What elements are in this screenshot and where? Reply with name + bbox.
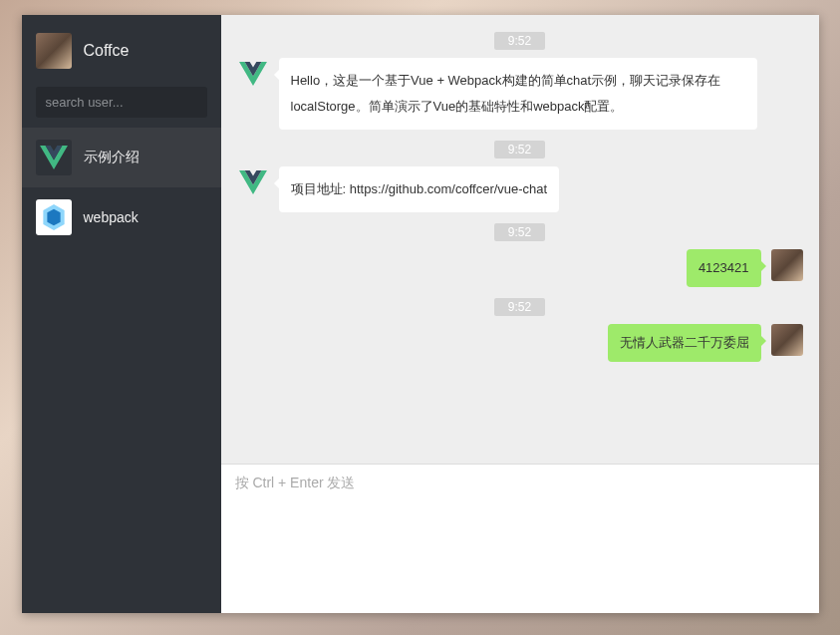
message-list[interactable]: 9:52 Hello，这是一个基于Vue + Webpack构建的简单chat示… (221, 15, 819, 464)
sidebar-item-intro[interactable]: 示例介绍 (22, 128, 221, 187)
avatar (771, 249, 803, 281)
message-group: 9:52 4123421 (237, 222, 803, 287)
sidebar-item-label: 示例介绍 (84, 149, 140, 166)
message-time: 9:52 (237, 31, 803, 50)
message-bubble: Hello，这是一个基于Vue + Webpack构建的简单chat示例，聊天记… (279, 58, 757, 130)
message-time: 9:52 (237, 297, 803, 316)
vue-icon (237, 166, 269, 198)
avatar (36, 33, 72, 69)
username: Coffce (84, 42, 130, 60)
message-bubble: 无情人武器二千万委屈 (608, 324, 761, 362)
vue-icon (36, 140, 72, 175)
message-bubble: 项目地址: https://github.com/coffcer/vue-cha… (279, 166, 560, 212)
profile: Coffce (22, 15, 221, 81)
message-item-self: 4123421 (237, 249, 803, 287)
vue-icon (237, 58, 269, 90)
webpack-icon (36, 199, 72, 235)
message-item: 项目地址: https://github.com/coffcer/vue-cha… (237, 166, 803, 212)
message-input[interactable] (235, 475, 805, 603)
sidebar-item-label: webpack (84, 209, 139, 225)
sidebar-item-webpack[interactable]: webpack (22, 187, 221, 247)
main-panel: 9:52 Hello，这是一个基于Vue + Webpack构建的简单chat示… (221, 15, 819, 613)
search-wrap (22, 81, 221, 128)
contact-list: 示例介绍 webpack (22, 128, 221, 613)
avatar (771, 324, 803, 356)
search-input[interactable] (36, 87, 207, 118)
message-item-self: 无情人武器二千万委屈 (237, 324, 803, 362)
message-time: 9:52 (237, 222, 803, 241)
message-item: Hello，这是一个基于Vue + Webpack构建的简单chat示例，聊天记… (237, 58, 803, 130)
message-time: 9:52 (237, 140, 803, 159)
input-area (221, 464, 819, 613)
sidebar: Coffce 示例介绍 webpack (22, 15, 221, 613)
chat-app: Coffce 示例介绍 webpack 9:52 (22, 15, 819, 613)
message-group: 9:52 无情人武器二千万委屈 (237, 297, 803, 362)
message-bubble: 4123421 (687, 249, 761, 287)
message-group: 9:52 项目地址: https://github.com/coffcer/vu… (237, 140, 803, 212)
message-group: 9:52 Hello，这是一个基于Vue + Webpack构建的简单chat示… (237, 31, 803, 130)
